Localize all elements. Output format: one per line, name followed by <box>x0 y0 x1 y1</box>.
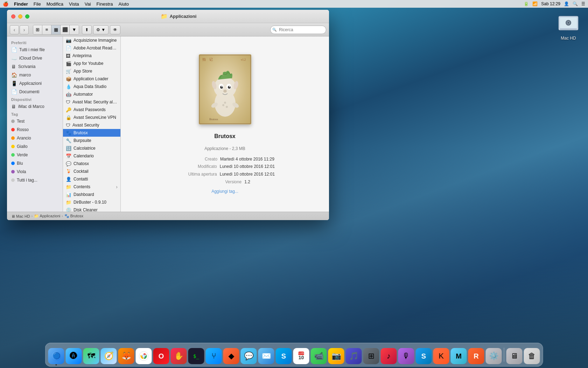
user-icon[interactable]: 👤 <box>564 1 569 6</box>
dock-item-skype[interactable]: S <box>276 348 292 364</box>
dock-item-reeder[interactable]: R <box>468 348 484 364</box>
dock-item-keynote[interactable]: K <box>433 348 449 364</box>
close-button[interactable] <box>11 14 15 19</box>
dock-item-gitbox[interactable]: ◆ <box>223 348 239 364</box>
sidebar-item-applicazioni-label: Applicazioni <box>19 81 42 86</box>
sidebar-item-scrivania[interactable]: 🖥 Scrivania <box>8 62 61 71</box>
dock-item-sourcetree[interactable]: ⑂ <box>206 348 222 364</box>
file-item[interactable]: 📊Dashboard <box>63 191 120 198</box>
file-item[interactable]: 💿Disk Cleaner <box>63 206 120 212</box>
active-app[interactable]: Finder <box>14 1 28 7</box>
file-item[interactable]: 🔧Burpsuite <box>63 137 120 144</box>
sidebar-item-tutti-tag[interactable]: Tutti i tag... <box>8 176 61 184</box>
file-item[interactable]: 🔢Calcolatrice <box>63 144 120 152</box>
menu-aiuto[interactable]: Aiuto <box>119 1 129 7</box>
file-item[interactable]: 👤Contatti <box>63 175 120 183</box>
sidebar-item-tag-rosso[interactable]: Rosso <box>8 125 61 134</box>
dock-item-calendar[interactable]: LUN 10 <box>293 348 309 364</box>
file-item[interactable]: 🐾Brutosx <box>63 129 120 137</box>
dock-item-syspref[interactable]: ⚙️ <box>486 348 502 364</box>
column-view-button[interactable]: ▦ <box>51 25 61 34</box>
search-menu-icon[interactable]: 🔍 <box>573 1 578 6</box>
sidebar-item-tag-blu[interactable]: Blu <box>8 159 61 168</box>
file-item[interactable]: 🛒App Store <box>63 67 120 75</box>
maximize-button[interactable] <box>25 14 29 19</box>
file-item[interactable]: 💧Aqua Data Studio <box>63 83 120 90</box>
flow-view-button[interactable]: ⬛ <box>61 25 70 34</box>
file-item[interactable]: 📦Application Loader <box>63 75 120 83</box>
dock-item-facetime[interactable]: 📹 <box>311 348 327 364</box>
breadcrumb-brutosx[interactable]: 🐾 Brutosx <box>64 214 83 218</box>
dock-item-itunes[interactable]: ♪ <box>381 348 397 364</box>
forward-button[interactable]: › <box>20 25 29 34</box>
dock-item-finder[interactable]: 🔵 <box>48 348 64 364</box>
sidebar-item-tag-viola[interactable]: Viola <box>8 168 61 176</box>
dock-item-touchretouch[interactable]: ✋ <box>171 348 187 364</box>
dock-item-airmail[interactable]: ✉️ <box>258 348 274 364</box>
dock-item-firefox[interactable]: 🦊 <box>118 348 134 364</box>
dock-item-terminal[interactable]: $_ <box>188 348 204 364</box>
file-item[interactable]: 📁DirBuster - 0.9.10 <box>63 198 120 206</box>
menu-vista[interactable]: Vista <box>69 1 79 7</box>
dock-item-filemerge[interactable]: ⊞ <box>363 348 379 364</box>
file-item[interactable]: 🍹Cocktail <box>63 168 120 175</box>
file-item[interactable]: 🛡Avast Mac Security alias <box>63 98 120 106</box>
file-item[interactable]: 🛡Avast Security <box>63 121 120 129</box>
file-item[interactable]: 🔑Avast Passwords <box>63 106 120 114</box>
breadcrumb-applicazioni[interactable]: 📁 Applicazioni <box>34 214 60 218</box>
sidebar-item-documenti[interactable]: 📄 Documenti <box>8 88 61 96</box>
apple-menu[interactable]: 🍎 <box>3 1 8 7</box>
file-item[interactable]: 💬Chatosx <box>63 160 120 168</box>
dock-item-podcast[interactable]: 🎙 <box>398 348 414 364</box>
controls-icon[interactable]: ☰ <box>581 1 585 6</box>
search-input[interactable] <box>270 26 326 34</box>
file-item[interactable]: 📅Calendario <box>63 152 120 160</box>
dock-item-safari[interactable]: 🧭 <box>101 348 117 364</box>
sidebar-item-tag-verde[interactable]: Verde <box>8 151 61 159</box>
eye-button[interactable]: 👁 <box>110 25 120 34</box>
back-button[interactable]: ‹ <box>10 25 19 34</box>
extra-view-button[interactable]: ▼ <box>70 25 79 34</box>
menu-modifica[interactable]: Modifica <box>47 1 63 7</box>
sidebar-item-documenti-label: Documenti <box>19 89 39 94</box>
file-item[interactable]: 🤖Automator <box>63 90 120 98</box>
dock-item-chrome[interactable] <box>136 348 152 364</box>
list-view-button[interactable]: ≡ <box>42 25 51 34</box>
menu-file[interactable]: File <box>34 1 41 7</box>
dock-item-iphoto[interactable]: 📷 <box>328 348 344 364</box>
file-item[interactable]: 🎬App for Youtube <box>63 60 120 67</box>
dock-item-appstore[interactable]: 🅐 <box>66 348 82 364</box>
file-item[interactable]: 📄Adobe Acrobat Reader DC <box>63 44 120 52</box>
sidebar-item-tag-arancio[interactable]: Arancio <box>8 134 61 142</box>
desktop-machd-icon[interactable]: Mac HD <box>556 11 581 42</box>
dock-item-maps[interactable]: 🗺 <box>83 348 99 364</box>
menu-vai[interactable]: Vai <box>85 1 91 7</box>
file-item[interactable]: 📷Acquisizione Immagine <box>63 36 120 44</box>
sidebar-item-marco[interactable]: 🏠 marco <box>8 71 61 79</box>
file-item[interactable]: 📁Contents› <box>63 183 120 191</box>
sidebar-item-tag-giallo[interactable]: Giallo <box>8 142 61 151</box>
sidebar-item-tutti-miei-file[interactable]: 📄 Tutti i miei file <box>8 46 61 54</box>
file-icon: 💬 <box>66 161 71 166</box>
menu-finestra[interactable]: Finestra <box>97 1 113 7</box>
sidebar-item-icloud-drive[interactable]: ☁️ iCloud Drive <box>8 54 61 62</box>
toolbar: ‹ › ⊞ ≡ ▦ ⬛ ▼ ⬆ ⚙ ▼ 👁 <box>7 23 329 36</box>
dock-item-messages[interactable]: 💬 <box>241 348 257 364</box>
share-button[interactable]: ⬆ <box>82 25 92 34</box>
dock-item-shazam[interactable]: S <box>416 348 432 364</box>
dock-item-turntable[interactable]: 🎵 <box>346 348 362 364</box>
file-item[interactable]: 🖼Anteprima <box>63 52 120 60</box>
sidebar-item-tag-test[interactable]: Test <box>8 117 61 125</box>
dock-item-opera[interactable]: O <box>153 348 169 364</box>
breadcrumb-machd[interactable]: 🖥 Mac HD <box>11 214 30 218</box>
dock-item-finder2[interactable]: 🖥 <box>506 348 523 364</box>
file-item[interactable]: 🔒Avast SecureLine VPN <box>63 114 120 121</box>
dock-item-trash[interactable]: 🗑 <box>524 348 540 364</box>
dock-item-marked[interactable]: M <box>451 348 467 364</box>
icon-view-button[interactable]: ⊞ <box>33 25 42 34</box>
sidebar-item-imac[interactable]: 🖥 iMac di Marco <box>8 102 61 111</box>
add-tag-link[interactable]: Aggiungi tag... <box>175 188 275 196</box>
sidebar-item-applicazioni[interactable]: 📱 Applicazioni <box>8 79 61 88</box>
action-button[interactable]: ⚙ ▼ <box>93 25 108 34</box>
minimize-button[interactable] <box>18 14 22 19</box>
